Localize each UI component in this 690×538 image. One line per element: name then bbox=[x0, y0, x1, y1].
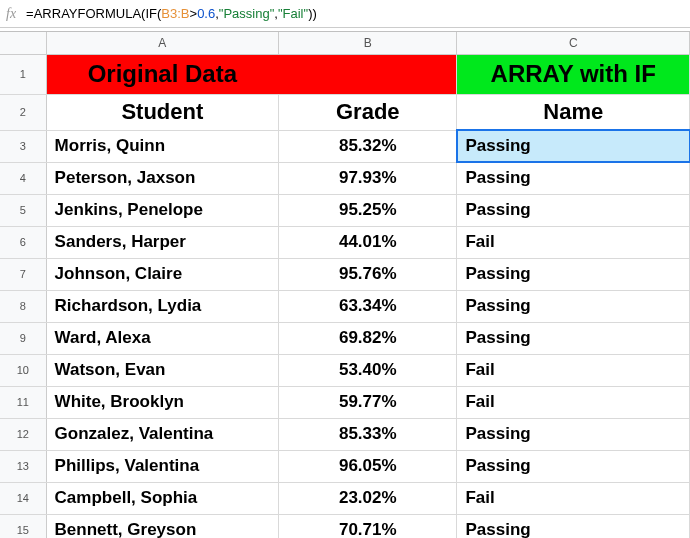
table-row: 12 Gonzalez, Valentina 85.33% Passing bbox=[0, 418, 690, 450]
row-header[interactable]: 9 bbox=[0, 322, 46, 354]
formula-str1: "Passing" bbox=[219, 6, 274, 21]
cell-grade[interactable]: 95.76% bbox=[279, 258, 457, 290]
table-row: 3 Morris, Quinn 85.32% Passing bbox=[0, 130, 690, 162]
cell-result[interactable]: Passing bbox=[457, 194, 690, 226]
formula-text[interactable]: =ARRAYFORMULA(IF(B3:B>0.6,"Passing","Fai… bbox=[26, 6, 317, 21]
cell-result[interactable]: Fail bbox=[457, 354, 690, 386]
cell-grade[interactable]: 85.32% bbox=[279, 130, 457, 162]
col-header-b[interactable]: B bbox=[279, 32, 457, 54]
cell-grade[interactable]: 23.02% bbox=[279, 482, 457, 514]
cell-student[interactable]: Peterson, Jaxson bbox=[46, 162, 279, 194]
row-header[interactable]: 6 bbox=[0, 226, 46, 258]
cell-grade[interactable]: 63.34% bbox=[279, 290, 457, 322]
cell-grade[interactable]: 70.71% bbox=[279, 514, 457, 538]
formula-str2: "Fail" bbox=[278, 6, 308, 21]
cell-result[interactable]: Passing bbox=[457, 290, 690, 322]
cell-grade[interactable]: 69.82% bbox=[279, 322, 457, 354]
subheader-grade[interactable]: Grade bbox=[279, 94, 457, 130]
table-row: 5 Jenkins, Penelope 95.25% Passing bbox=[0, 194, 690, 226]
cell-grade[interactable]: 97.93% bbox=[279, 162, 457, 194]
table-row: 9 Ward, Alexa 69.82% Passing bbox=[0, 322, 690, 354]
cell-result[interactable]: Passing bbox=[457, 130, 690, 162]
row-header[interactable]: 1 bbox=[0, 54, 46, 94]
col-header-c[interactable]: C bbox=[457, 32, 690, 54]
row-header[interactable]: 14 bbox=[0, 482, 46, 514]
cell-student[interactable]: Phillips, Valentina bbox=[46, 450, 279, 482]
cell-student[interactable]: Ward, Alexa bbox=[46, 322, 279, 354]
formula-ref: B3:B bbox=[161, 6, 189, 21]
cell-student[interactable]: Sanders, Harper bbox=[46, 226, 279, 258]
cell-result[interactable]: Fail bbox=[457, 482, 690, 514]
header-original-data[interactable]: Original Data bbox=[46, 54, 279, 94]
cell-grade[interactable]: 85.33% bbox=[279, 418, 457, 450]
cell-student[interactable]: Bennett, Greyson bbox=[46, 514, 279, 538]
table-row: 14 Campbell, Sophia 23.02% Fail bbox=[0, 482, 690, 514]
cell-student[interactable]: Jenkins, Penelope bbox=[46, 194, 279, 226]
table-row: 11 White, Brooklyn 59.77% Fail bbox=[0, 386, 690, 418]
cell-grade[interactable]: 95.25% bbox=[279, 194, 457, 226]
formula-num: 0.6 bbox=[197, 6, 215, 21]
table-row: 1 Original Data ARRAY with IF bbox=[0, 54, 690, 94]
cell-student[interactable]: Watson, Evan bbox=[46, 354, 279, 386]
formula-gt: > bbox=[190, 6, 198, 21]
formula-bar[interactable]: fx =ARRAYFORMULA(IF(B3:B>0.6,"Passing","… bbox=[0, 0, 690, 28]
header-original-data-label: Original Data bbox=[88, 60, 237, 87]
cell-result[interactable]: Fail bbox=[457, 386, 690, 418]
col-header-a[interactable]: A bbox=[46, 32, 279, 54]
cell-result[interactable]: Passing bbox=[457, 322, 690, 354]
row-header[interactable]: 8 bbox=[0, 290, 46, 322]
table-row: 7 Johnson, Claire 95.76% Passing bbox=[0, 258, 690, 290]
cell-student[interactable]: Richardson, Lydia bbox=[46, 290, 279, 322]
row-header[interactable]: 11 bbox=[0, 386, 46, 418]
select-all-corner[interactable] bbox=[0, 32, 46, 54]
row-header[interactable]: 15 bbox=[0, 514, 46, 538]
header-original-data-b[interactable] bbox=[279, 54, 457, 94]
cell-result[interactable]: Passing bbox=[457, 450, 690, 482]
spreadsheet-grid[interactable]: A B C 1 Original Data ARRAY with IF 2 St… bbox=[0, 32, 690, 538]
cell-student[interactable]: Johnson, Claire bbox=[46, 258, 279, 290]
formula-close: )) bbox=[308, 6, 317, 21]
row-header[interactable]: 2 bbox=[0, 94, 46, 130]
cell-result[interactable]: Fail bbox=[457, 226, 690, 258]
table-row: 2 Student Grade Name bbox=[0, 94, 690, 130]
cell-grade[interactable]: 59.77% bbox=[279, 386, 457, 418]
cell-result[interactable]: Passing bbox=[457, 514, 690, 538]
cell-student[interactable]: Gonzalez, Valentina bbox=[46, 418, 279, 450]
table-row: 6 Sanders, Harper 44.01% Fail bbox=[0, 226, 690, 258]
col-header-row: A B C bbox=[0, 32, 690, 54]
subheader-name[interactable]: Name bbox=[457, 94, 690, 130]
header-array-if[interactable]: ARRAY with IF bbox=[457, 54, 690, 94]
formula-fn1: ARRAYFORMULA bbox=[34, 6, 141, 21]
cell-grade[interactable]: 96.05% bbox=[279, 450, 457, 482]
formula-fn2: IF bbox=[145, 6, 157, 21]
cell-student[interactable]: Campbell, Sophia bbox=[46, 482, 279, 514]
cell-result[interactable]: Passing bbox=[457, 258, 690, 290]
row-header[interactable]: 3 bbox=[0, 130, 46, 162]
cell-grade[interactable]: 44.01% bbox=[279, 226, 457, 258]
row-header[interactable]: 13 bbox=[0, 450, 46, 482]
row-header[interactable]: 12 bbox=[0, 418, 46, 450]
row-header[interactable]: 4 bbox=[0, 162, 46, 194]
table-row: 8 Richardson, Lydia 63.34% Passing bbox=[0, 290, 690, 322]
row-header[interactable]: 7 bbox=[0, 258, 46, 290]
cell-result[interactable]: Passing bbox=[457, 162, 690, 194]
table-row: 10 Watson, Evan 53.40% Fail bbox=[0, 354, 690, 386]
table-row: 4 Peterson, Jaxson 97.93% Passing bbox=[0, 162, 690, 194]
header-array-if-label: ARRAY with IF bbox=[491, 60, 656, 87]
cell-student[interactable]: White, Brooklyn bbox=[46, 386, 279, 418]
fx-icon: fx bbox=[6, 6, 16, 22]
cell-result[interactable]: Passing bbox=[457, 418, 690, 450]
row-header[interactable]: 5 bbox=[0, 194, 46, 226]
row-header[interactable]: 10 bbox=[0, 354, 46, 386]
table-row: 13 Phillips, Valentina 96.05% Passing bbox=[0, 450, 690, 482]
cell-student[interactable]: Morris, Quinn bbox=[46, 130, 279, 162]
table-row: 15 Bennett, Greyson 70.71% Passing bbox=[0, 514, 690, 538]
formula-eq: = bbox=[26, 6, 34, 21]
subheader-student[interactable]: Student bbox=[46, 94, 279, 130]
cell-grade[interactable]: 53.40% bbox=[279, 354, 457, 386]
